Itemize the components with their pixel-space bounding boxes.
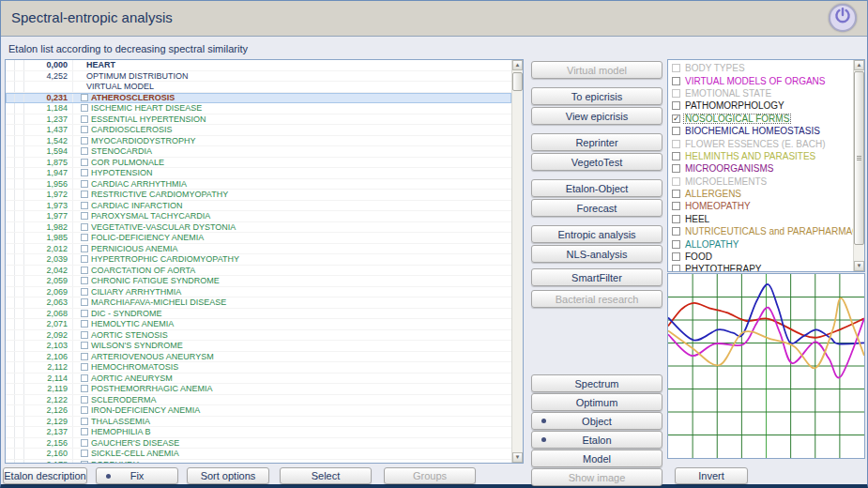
- etalon-checkbox[interactable]: [81, 137, 88, 145]
- entropic-analysis-button[interactable]: Entropic analysis: [531, 225, 662, 243]
- fix-button[interactable]: Fix: [96, 467, 178, 484]
- category-checkbox[interactable]: [672, 265, 680, 272]
- category-checkbox[interactable]: [672, 64, 680, 72]
- to-epicrisis-button[interactable]: To epicrisis: [531, 87, 662, 105]
- etalon-button[interactable]: Etalon: [531, 431, 662, 449]
- category-checkbox[interactable]: [672, 89, 680, 98]
- scroll-up-arrow[interactable]: ▲: [512, 60, 523, 70]
- etalon-checkbox[interactable]: [81, 342, 88, 349]
- etalon-checkbox[interactable]: [81, 223, 88, 231]
- category-row[interactable]: MICROORGANISMS: [668, 162, 852, 175]
- category-row[interactable]: EMOTIONAL STATE: [668, 87, 852, 99]
- category-row[interactable]: ✓NOSOLOGICAL FORMS: [668, 113, 852, 125]
- category-row[interactable]: HELMINTHS AND PARASITES: [668, 150, 852, 162]
- category-row[interactable]: VIRTUAL MODELS OF ORGANS: [668, 74, 852, 86]
- forecast-button[interactable]: Forecast: [531, 199, 662, 217]
- invert-button[interactable]: Invert: [675, 467, 748, 484]
- category-row[interactable]: FOOD: [668, 251, 852, 263]
- etalon-checkbox[interactable]: [81, 180, 88, 188]
- etalon-checkbox[interactable]: [81, 353, 88, 360]
- etalon-row[interactable]: VIRTUAL MODEL: [6, 82, 511, 93]
- etalon-checkbox[interactable]: [81, 159, 88, 166]
- category-row[interactable]: BIOCHEMICAL HOMEOSTASIS: [668, 125, 852, 137]
- model-button[interactable]: Model: [531, 450, 662, 467]
- category-row[interactable]: HEEL: [668, 213, 852, 225]
- etalon-row[interactable]: 1,977PAROXYSMAL TACHYCARDIA: [6, 211, 511, 222]
- category-checkbox[interactable]: [672, 164, 680, 173]
- etalon-row[interactable]: 1,237ESSENTIAL HYPERTENSION: [6, 114, 511, 126]
- category-row[interactable]: MICROELEMENTS: [668, 175, 852, 188]
- etalon-row[interactable]: 2,103WILSON'S SYNDROME: [6, 341, 511, 352]
- sort-options-button[interactable]: Sort options: [187, 467, 269, 484]
- smartfilter-button[interactable]: SmartFilter: [531, 268, 662, 286]
- etalon-checkbox[interactable]: [81, 147, 88, 155]
- etalon-checkbox[interactable]: [81, 255, 88, 263]
- category-checkbox[interactable]: [672, 227, 680, 236]
- etalon-row[interactable]: 1,947HYPOTENSION: [6, 168, 511, 179]
- scroll-thumb[interactable]: [512, 72, 523, 91]
- category-scrollbar[interactable]: ▲ ▼: [853, 60, 864, 271]
- category-checkbox[interactable]: [672, 190, 680, 198]
- etalon-row[interactable]: 2,119POSTHEMORRHAGIC ANEMIA: [6, 384, 511, 395]
- etalon-row[interactable]: 2,112HEMOCHROMATOSIS: [6, 362, 511, 374]
- etalon-checkbox[interactable]: [81, 385, 88, 392]
- vegetotest-button[interactable]: VegetoTest: [531, 153, 662, 171]
- etalon-row[interactable]: 1,542MYOCARDIODYSTROPHY: [6, 136, 511, 147]
- etalon-checkbox[interactable]: [81, 298, 88, 306]
- etalon-row[interactable]: 2,042COARCTATION OF AORTA: [6, 266, 511, 277]
- etalon-checkbox[interactable]: [81, 234, 88, 241]
- etalon-row[interactable]: 2,156GAUCHER'S DISEASE: [6, 438, 511, 450]
- category-checkbox[interactable]: [672, 252, 680, 261]
- etalon-checkbox[interactable]: [81, 428, 88, 435]
- etalon-row[interactable]: 0,000HEART: [6, 60, 511, 71]
- etalon-row[interactable]: 2,063MARCHIAFAVA-MICHELI DISEASE: [6, 297, 511, 309]
- etalon-row[interactable]: 2,178PORPHYRIA: [6, 460, 511, 465]
- category-checkbox[interactable]: [672, 215, 680, 223]
- etalon-checkbox[interactable]: [81, 310, 88, 317]
- etalon-checkbox[interactable]: [81, 374, 88, 382]
- etalon-checkbox[interactable]: [81, 245, 88, 252]
- category-checkbox[interactable]: [672, 140, 680, 148]
- etalon-checkbox[interactable]: [81, 331, 88, 339]
- category-row[interactable]: HOMEOPATHY: [668, 200, 852, 212]
- etalon-row[interactable]: 1,875COR PULMONALE: [6, 158, 511, 169]
- category-row[interactable]: PATHOMORPHOLOGY: [668, 99, 852, 112]
- category-checkbox[interactable]: [672, 77, 680, 85]
- category-checkbox[interactable]: [672, 101, 680, 110]
- etalon-row[interactable]: 2,012PERNICIOUS ANEMIA: [6, 244, 511, 255]
- etalon-row[interactable]: 1,982VEGETATIVE-VASCULAR DYSTONIA: [6, 222, 511, 234]
- etalon-checkbox[interactable]: [81, 363, 88, 371]
- etalon-checkbox[interactable]: [81, 406, 88, 414]
- etalon-row[interactable]: 0,231ATHEROSCLEROSIS: [6, 93, 511, 104]
- etalon-row[interactable]: 4,252OPTIMUM DISTRIBUTION: [6, 71, 511, 83]
- category-row[interactable]: PHYTOTHERAPY: [668, 263, 852, 272]
- scroll-up-arrow[interactable]: ▲: [854, 60, 864, 70]
- etalon-row[interactable]: 1,972RESTRICTIVE CARDIOMYOPATHY: [6, 190, 511, 201]
- etalon-checkbox[interactable]: [81, 418, 88, 425]
- category-row[interactable]: FLOWER ESSENCES (E. BACH): [668, 137, 852, 149]
- category-checkbox[interactable]: [672, 240, 680, 249]
- category-checkbox[interactable]: ✓: [672, 114, 680, 123]
- etalon-row[interactable]: 2,039HYPERTROPHIC CARDIOMYOPATHY: [6, 254, 511, 266]
- etalon-row[interactable]: 1,973CARDIAC INFARCTION: [6, 201, 511, 212]
- spectrum-button[interactable]: Spectrum: [531, 374, 662, 392]
- etalon-row[interactable]: 2,059CHRONIC FATIGUE SYNDROME: [6, 276, 511, 287]
- object-button[interactable]: Object: [531, 412, 662, 430]
- etalon-row[interactable]: 2,069CILIARY ARRHYTHMIA: [6, 287, 511, 298]
- category-checkbox[interactable]: [672, 127, 680, 135]
- etalon-row[interactable]: 1,594STENOCARDIA: [6, 146, 511, 158]
- scroll-down-arrow[interactable]: ▼: [512, 452, 523, 463]
- etalon-checkbox[interactable]: [81, 191, 88, 198]
- etalon-row[interactable]: 1,956CARDIAC ARRHYTHMIA: [6, 179, 511, 191]
- etalon-description-button[interactable]: Etalon description: [3, 467, 87, 484]
- etalon-checkbox[interactable]: [81, 439, 88, 447]
- view-epicrisis-button[interactable]: View epicrisis: [531, 107, 662, 125]
- select-button[interactable]: Select: [280, 467, 372, 484]
- etalon-scrollbar[interactable]: ▲ ▼: [511, 60, 523, 463]
- etalon-checkbox[interactable]: [81, 104, 88, 112]
- etalon-checkbox[interactable]: [81, 267, 88, 274]
- etalon-row[interactable]: 2,126IRON-DEFICIENCY ANEMIA: [6, 405, 511, 417]
- etalon-row[interactable]: 2,160SICKLE-CELL ANEMIA: [6, 449, 511, 460]
- etalon-checkbox[interactable]: [81, 461, 88, 464]
- etalon-checkbox[interactable]: [81, 94, 88, 101]
